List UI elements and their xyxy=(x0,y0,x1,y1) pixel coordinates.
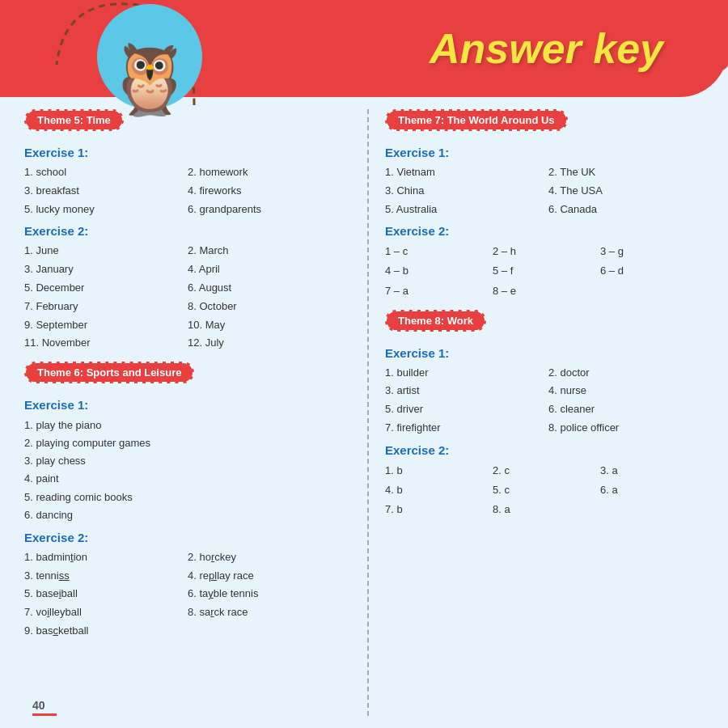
theme7-badge: Theme 7: The World Around Us xyxy=(385,109,568,131)
t8e1-1: 1. builder xyxy=(385,365,540,382)
t6e2-9: 9. bascketball xyxy=(24,623,180,640)
t8e1-2: 2. doctor xyxy=(548,365,704,382)
t5e2-1: 1. June xyxy=(24,243,180,260)
theme6-badge: Theme 6: Sports and Leisure xyxy=(24,362,194,383)
t8e2-4b: 4. b xyxy=(385,481,489,499)
t5e1-1: 1. school xyxy=(24,164,180,181)
t5e2-3: 3. January xyxy=(24,261,180,278)
list-item: 6. dancing xyxy=(24,506,343,524)
t7e1-5: 5. Australia xyxy=(385,201,540,218)
page-title: Answer key xyxy=(430,24,663,73)
t6e2-3: 3. tenniss xyxy=(24,568,180,585)
t6e2-5: 5. baseiball xyxy=(24,586,180,603)
t5e2-4: 4. April xyxy=(188,261,343,278)
header: 🦉 Answer key xyxy=(0,0,728,97)
t8e1-7: 7. firefighter xyxy=(385,420,540,437)
theme7-ex1-title: Exercise 1: xyxy=(385,146,704,159)
t6e2-8: 8. sarck race xyxy=(188,604,343,621)
owl-mascot: 🦉 xyxy=(97,4,202,109)
theme6-ex2-title: Exercise 2: xyxy=(24,531,343,544)
t7e1-3: 3. China xyxy=(385,183,540,200)
theme8-ex2-grid: 1. b 2. c 3. a 4. b 5. c 6. a 7. b 8. a xyxy=(385,462,704,518)
t7e1-4: 4. The USA xyxy=(548,183,704,200)
t5e2-2: 2. March xyxy=(188,243,343,260)
theme7-ex2-grid: 1 – c 2 – h 3 – g 4 – b 5 – f 6 – d 7 – … xyxy=(385,243,704,299)
page-number-line xyxy=(32,713,57,716)
t8e1-4: 4. nurse xyxy=(548,383,704,400)
t7e2-5f: 5 – f xyxy=(493,262,596,280)
t8e2-3a: 3. a xyxy=(600,462,704,480)
t6e2-empty xyxy=(188,623,343,640)
list-item: 3. play chess xyxy=(24,452,343,470)
theme7-section: Theme 7: The World Around Us Exercise 1:… xyxy=(385,109,704,300)
left-column: Theme 5: Time Exercise 1: 1. school 2. h… xyxy=(24,109,351,716)
list-item: 4. paint xyxy=(24,470,343,488)
t8e1-3: 3. artist xyxy=(385,383,540,400)
t5e2-5: 5. December xyxy=(24,280,180,297)
t7e2-1c: 1 – c xyxy=(385,243,489,260)
theme6-ex1-title: Exercise 1: xyxy=(24,398,343,412)
t7e1-1: 1. Vietnam xyxy=(385,164,540,181)
t5e1-5: 5. lucky money xyxy=(24,201,180,218)
t8e2-7b: 7. b xyxy=(385,501,489,518)
t6e2-7: 7. voilleyball xyxy=(24,604,180,621)
t7e1-6: 6. Canada xyxy=(548,201,704,218)
t6e2-4: 4. repllay race xyxy=(188,568,343,585)
t7e2-3g: 3 – g xyxy=(600,243,704,260)
t8e2-6a: 6. a xyxy=(600,481,704,499)
t7e2-7a: 7 – a xyxy=(385,282,489,300)
theme5-ex2-grid: 1. June 2. March 3. January 4. April 5. … xyxy=(24,243,343,352)
t7e2-4b: 4 – b xyxy=(385,262,489,280)
theme6-ex1-list: 1. play the piano 2. playing computer ga… xyxy=(24,417,343,524)
list-item: 5. reading comic books xyxy=(24,489,343,506)
theme7-ex1-grid: 1. Vietnam 2. The UK 3. China 4. The USA… xyxy=(385,164,704,218)
page: 🦉 Answer key Theme 5: Time Exercise 1: 1… xyxy=(0,0,728,728)
t5e2-9: 9. September xyxy=(24,317,180,334)
page-number-container: 40 xyxy=(32,699,57,716)
theme8-ex1-grid: 1. builder 2. doctor 3. artist 4. nurse … xyxy=(385,365,704,437)
t8e1-6: 6. cleaner xyxy=(548,401,704,418)
t7e1-2: 2. The UK xyxy=(548,164,704,181)
t5e2-6: 6. August xyxy=(188,280,343,297)
theme6-ex2-grid: 1. badmintion 2. horckey 3. tenniss 4. r… xyxy=(24,549,343,640)
t8e2-5c: 5. c xyxy=(493,481,596,499)
list-item: 2. playing computer games xyxy=(24,434,343,452)
theme7-ex2-title: Exercise 2: xyxy=(385,224,704,238)
list-item: 1. play the piano xyxy=(24,417,343,434)
t7e2-2h: 2 – h xyxy=(493,243,596,260)
t6e2-1: 1. badmintion xyxy=(24,549,180,566)
t7e2-6d: 6 – d xyxy=(600,262,704,280)
t5e2-12: 12. July xyxy=(188,335,343,352)
t8e2-empty xyxy=(600,501,704,518)
theme8-ex2-title: Exercise 2: xyxy=(385,443,704,457)
t5e1-3: 3. breakfast xyxy=(24,183,180,200)
t5e1-6: 6. grandparents xyxy=(188,201,343,218)
t7e2-8e: 8 – e xyxy=(493,282,596,300)
t5e2-10: 10. May xyxy=(188,317,343,334)
t8e1-8: 8. police officer xyxy=(548,420,704,437)
theme8-ex1-title: Exercise 1: xyxy=(385,346,704,360)
theme5-section: Theme 5: Time Exercise 1: 1. school 2. h… xyxy=(24,109,343,352)
t6e2-2: 2. horckey xyxy=(188,549,343,566)
t5e2-8: 8. October xyxy=(188,298,343,315)
t6e2-6: 6. tayble tennis xyxy=(188,586,343,603)
page-number: 40 xyxy=(32,699,45,712)
theme6-section: Theme 6: Sports and Leisure Exercise 1: … xyxy=(24,362,343,640)
t8e2-1b: 1. b xyxy=(385,462,489,480)
theme5-ex1-title: Exercise 1: xyxy=(24,146,343,159)
theme8-section: Theme 8: Work Exercise 1: 1. builder 2. … xyxy=(385,310,704,518)
t8e2-8a: 8. a xyxy=(493,501,596,518)
theme5-ex2-title: Exercise 2: xyxy=(24,224,343,238)
t5e1-4: 4. fireworks xyxy=(188,183,343,200)
theme5-ex1-grid: 1. school 2. homework 3. breakfast 4. fi… xyxy=(24,164,343,218)
right-column: Theme 7: The World Around Us Exercise 1:… xyxy=(367,109,704,716)
t8e1-5: 5. driver xyxy=(385,401,540,418)
t5e2-7: 7. February xyxy=(24,298,180,315)
content-area: Theme 5: Time Exercise 1: 1. school 2. h… xyxy=(0,97,728,728)
t5e2-11: 11. November xyxy=(24,335,180,352)
theme8-badge: Theme 8: Work xyxy=(385,310,486,332)
t8e2-2c: 2. c xyxy=(493,462,596,480)
t5e1-2: 2. homework xyxy=(188,164,343,181)
t7e2-empty xyxy=(600,282,704,300)
